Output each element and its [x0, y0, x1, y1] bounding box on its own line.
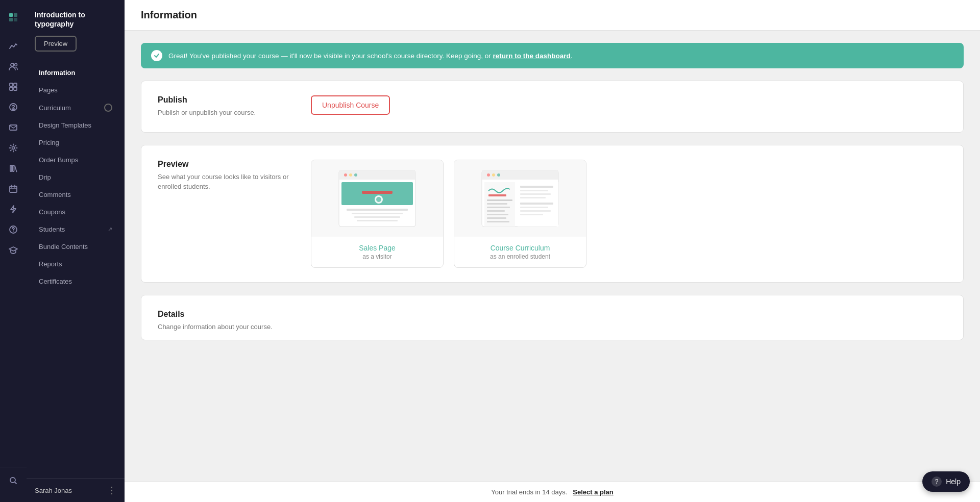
svg-rect-55 [520, 186, 553, 188]
sidebar-item-drip[interactable]: Drip [31, 169, 120, 186]
analytics-icon[interactable] [4, 37, 22, 55]
preview-section: Preview See what your course looks like … [141, 145, 964, 283]
svg-rect-62 [520, 214, 543, 215]
svg-rect-35 [347, 209, 408, 211]
svg-point-44 [497, 173, 500, 177]
preview-content: Sales Page as a visitor [311, 160, 947, 268]
svg-point-21 [13, 231, 14, 232]
svg-rect-47 [487, 199, 512, 201]
svg-line-24 [15, 482, 16, 484]
calendar-icon[interactable] [4, 180, 22, 198]
svg-rect-15 [10, 186, 17, 192]
curriculum-badge [104, 104, 112, 112]
graduation-icon[interactable] [4, 241, 22, 259]
publish-description: Publish or unpublish your course. [158, 108, 311, 118]
sidebar-item-order-bumps[interactable]: Order Bumps [31, 152, 120, 168]
sidebar-item-bundle-contents[interactable]: Bundle Contents [31, 238, 120, 255]
preview-cards-container: Sales Page as a visitor [311, 160, 930, 268]
page-title: Information [141, 9, 964, 21]
svg-rect-11 [10, 125, 17, 130]
svg-rect-14 [13, 165, 14, 171]
svg-rect-48 [487, 203, 507, 205]
curriculum-card-title: Course Curriculum [462, 244, 578, 252]
svg-point-42 [487, 173, 490, 177]
svg-point-29 [349, 173, 352, 177]
select-plan-link[interactable]: Select a plan [573, 488, 613, 496]
svg-rect-9 [14, 87, 17, 90]
sidebar-item-pricing[interactable]: Pricing [31, 134, 120, 151]
main-scroll-area: Great! You've published your course — it… [125, 31, 980, 482]
svg-rect-50 [487, 210, 505, 212]
dashboard-link[interactable]: return to the dashboard [493, 52, 571, 60]
course-curriculum-thumbnail [454, 160, 586, 237]
settings-icon[interactable] [4, 139, 22, 157]
preview-description: See what your course looks like to visit… [158, 172, 311, 192]
svg-rect-32 [362, 191, 393, 194]
sidebar-item-pages[interactable]: Pages [31, 82, 120, 98]
sidebar-item-information[interactable]: Information [31, 64, 120, 81]
svg-rect-57 [520, 193, 551, 195]
check-icon [151, 50, 162, 61]
sales-page-subtitle: as a visitor [320, 253, 435, 260]
mail-icon[interactable] [4, 118, 22, 137]
preview-label: Preview See what your course looks like … [158, 160, 311, 268]
preview-button[interactable]: Preview [35, 36, 77, 52]
app-logo-icon[interactable] [4, 8, 22, 27]
svg-rect-1 [14, 13, 17, 17]
details-section: Details Change information about your co… [141, 295, 964, 341]
svg-rect-27 [339, 177, 415, 180]
svg-rect-3 [14, 18, 17, 21]
course-curriculum-card[interactable]: Course Curriculum as an enrolled student [454, 160, 586, 268]
more-options-icon[interactable]: ⋮ [107, 485, 116, 496]
user-name: Sarah Jonas [35, 487, 72, 494]
svg-rect-49 [487, 207, 510, 208]
revenue-icon[interactable] [4, 98, 22, 116]
svg-rect-38 [357, 220, 398, 221]
search-icon[interactable] [4, 471, 22, 490]
svg-rect-58 [520, 197, 546, 198]
publish-section: Publish Publish or unpublish your course… [141, 81, 964, 133]
publish-label: Publish Publish or unpublish your course… [158, 95, 311, 118]
sidebar-item-coupons[interactable]: Coupons [31, 204, 120, 220]
users-icon[interactable] [4, 57, 22, 76]
svg-rect-2 [9, 18, 13, 21]
svg-rect-60 [520, 207, 548, 208]
svg-rect-6 [10, 83, 13, 86]
sidebar-item-reports[interactable]: Reports [31, 256, 120, 272]
trial-text: Your trial ends in 14 days. [491, 488, 567, 496]
svg-rect-41 [482, 177, 558, 180]
svg-point-30 [354, 173, 357, 177]
curriculum-card-label: Course Curriculum as an enrolled student [454, 237, 586, 267]
svg-point-28 [344, 173, 347, 177]
sales-page-label: Sales Page as a visitor [311, 237, 443, 267]
lightning-icon[interactable] [4, 200, 22, 218]
svg-point-5 [15, 64, 17, 66]
sales-page-card[interactable]: Sales Page as a visitor [311, 160, 444, 268]
svg-rect-53 [487, 221, 509, 222]
sidebar-item-comments[interactable]: Comments [31, 186, 120, 203]
dashboard-icon[interactable] [4, 78, 22, 96]
svg-rect-0 [9, 13, 13, 17]
external-link-icon: ↗ [108, 226, 112, 233]
svg-rect-37 [354, 216, 400, 218]
svg-point-12 [12, 147, 15, 149]
trial-bar: Your trial ends in 14 days. Select a pla… [125, 482, 980, 502]
publish-title: Publish [158, 95, 311, 105]
sidebar-footer: Sarah Jonas ⋮ [27, 478, 125, 502]
sidebar-item-students[interactable]: Students ↗ [31, 221, 120, 238]
sidebar-item-curriculum[interactable]: Curriculum [31, 99, 120, 116]
help-icon: ? [932, 476, 942, 487]
svg-rect-52 [487, 217, 506, 219]
curriculum-card-subtitle: as an enrolled student [462, 253, 578, 260]
sales-page-title: Sales Page [320, 244, 435, 252]
help-button[interactable]: ? Help [922, 471, 970, 492]
sidebar-item-design-templates[interactable]: Design Templates [31, 117, 120, 134]
library-icon[interactable] [4, 159, 22, 178]
svg-point-4 [11, 63, 14, 66]
sidebar-item-certificates[interactable]: Certificates [31, 273, 120, 290]
course-title: Introduction to typography [35, 10, 116, 29]
svg-point-43 [492, 173, 495, 177]
svg-rect-36 [352, 213, 403, 214]
help-circle-icon[interactable] [4, 220, 22, 239]
unpublish-button[interactable]: Unpublish Course [311, 95, 390, 115]
